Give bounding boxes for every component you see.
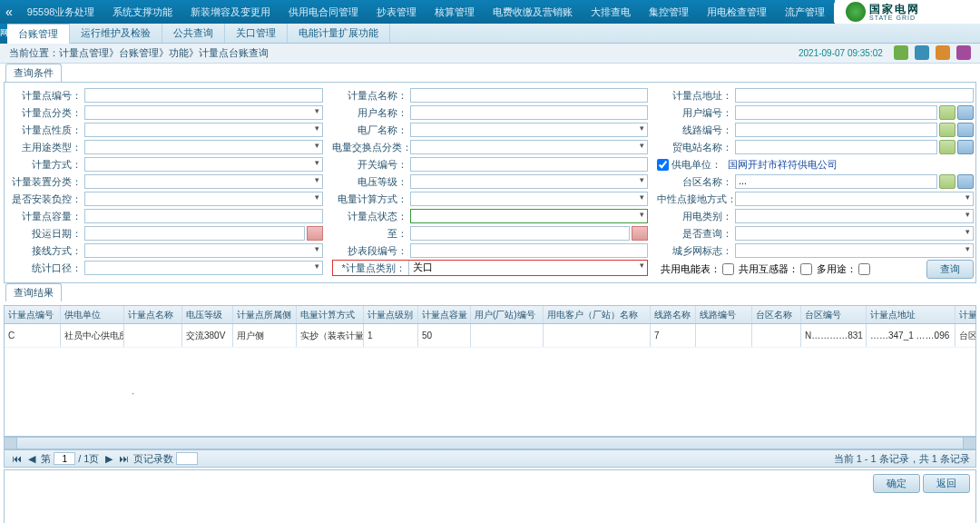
top-menu-item[interactable]: 大排查电 <box>582 2 640 23</box>
top-menu-item[interactable]: 集控管理 <box>640 2 698 23</box>
nav-prev-icon[interactable]: « <box>0 5 18 19</box>
sel-elec-type[interactable] <box>735 209 974 223</box>
sel-stat-scope[interactable] <box>84 261 323 275</box>
ok-button[interactable]: 确定 <box>873 474 920 493</box>
clear-icon[interactable] <box>957 105 974 120</box>
col-header[interactable]: 计量点容量 <box>418 306 471 323</box>
col-header[interactable]: 计量点所属侧 <box>233 306 297 323</box>
inp-rundate[interactable] <box>84 226 305 241</box>
inp-user-no[interactable] <box>735 105 937 120</box>
col-header[interactable]: 计量点类别 <box>956 306 976 323</box>
sel-mp-status[interactable] <box>410 209 649 223</box>
lookup-icon[interactable] <box>939 174 956 189</box>
sub-tab[interactable]: 公共查询 <box>162 24 225 43</box>
sel-neutral[interactable] <box>735 192 974 206</box>
sub-tab-active[interactable]: 台账管理 <box>7 24 70 44</box>
h-scrollbar[interactable] <box>4 437 976 449</box>
col-header[interactable]: 计量点地址 <box>867 306 956 323</box>
top-menu-item[interactable]: 核算管理 <box>426 2 484 23</box>
inp-to-date[interactable] <box>410 226 631 241</box>
inp-mp-name[interactable] <box>410 88 649 103</box>
scroll-left-icon[interactable] <box>5 438 17 449</box>
chk-shared-meter[interactable] <box>722 263 734 275</box>
lookup-icon[interactable] <box>939 123 956 137</box>
col-header[interactable]: 台区编号 <box>801 306 867 323</box>
sel-mp-nature[interactable] <box>84 123 323 137</box>
inp-user-name[interactable] <box>410 105 649 120</box>
query-button[interactable]: 查询 <box>926 260 974 279</box>
sub-tab[interactable]: 运行维护及检验 <box>70 24 162 43</box>
clear-icon[interactable] <box>957 140 974 154</box>
col-header[interactable]: 线路名称 <box>651 306 696 323</box>
pager-first-icon[interactable]: ⏮ <box>10 453 23 464</box>
sel-mp-class[interactable]: 关口 <box>408 261 648 275</box>
top-menu-item[interactable]: 系统支撑功能 <box>103 2 181 23</box>
inp-line-no[interactable] <box>735 123 937 137</box>
sel-main-use[interactable] <box>84 140 323 154</box>
sel-loadctrl[interactable] <box>84 192 323 206</box>
inp-switch-no[interactable] <box>410 157 649 172</box>
lookup-icon[interactable] <box>939 105 956 120</box>
top-menu-item[interactable]: 抄表管理 <box>368 2 426 23</box>
col-header[interactable]: 计量点级别 <box>364 306 418 323</box>
sel-plant-name[interactable] <box>410 123 649 137</box>
results-body[interactable]: C社员中心供电所交流380V用户侧实抄（装表计量）1507N…………831……3… <box>4 323 976 437</box>
col-header[interactable]: 用户(厂站)编号 <box>471 306 544 323</box>
table-row[interactable]: C社员中心供电所交流380V用户侧实抄（装表计量）1507N…………831……3… <box>5 324 975 348</box>
export-icon[interactable] <box>915 45 929 60</box>
print-icon[interactable] <box>894 45 908 60</box>
settings-icon[interactable] <box>956 45 971 60</box>
inp-trade-station[interactable] <box>735 140 937 154</box>
col-header[interactable]: 电量计算方式 <box>297 306 364 323</box>
lookup-icon[interactable] <box>939 140 956 154</box>
pager-next-icon[interactable]: ▶ <box>103 453 115 465</box>
chk-shared-ct[interactable] <box>800 263 812 275</box>
date-picker-icon[interactable] <box>307 226 323 241</box>
chk-supply-unit[interactable] <box>657 159 669 171</box>
cell <box>752 324 801 347</box>
col-header[interactable]: 台区名称 <box>752 306 801 323</box>
col-header[interactable]: 电压等级 <box>182 306 233 323</box>
sel-do-query[interactable] <box>735 226 974 241</box>
sel-volt-level[interactable] <box>410 174 649 189</box>
inp-capacity[interactable] <box>84 209 323 223</box>
sel-device-cat[interactable] <box>84 174 323 189</box>
top-menu-item[interactable]: 供用电合同管理 <box>279 2 368 23</box>
top-menu-item[interactable]: 流产管理 <box>776 2 834 23</box>
col-header[interactable]: 计量点编号 <box>5 306 61 323</box>
pager-page-input[interactable] <box>54 452 75 465</box>
refresh-icon[interactable] <box>936 45 950 60</box>
lbl-do-query: 是否查询： <box>657 227 735 241</box>
pager-size-input[interactable] <box>176 452 198 465</box>
inp-zone-name[interactable]: ... <box>735 174 937 189</box>
col-header[interactable]: 用电客户（厂站）名称 <box>544 306 651 323</box>
inp-section-no[interactable] <box>410 243 649 258</box>
col-header[interactable]: 线路编号 <box>696 306 752 323</box>
top-menu-item[interactable]: 新装增容及变更用 <box>181 2 279 23</box>
date-picker-icon[interactable] <box>632 226 648 241</box>
top-menu-item[interactable]: 电费收缴及营销账 <box>484 2 582 23</box>
scroll-right-icon[interactable] <box>963 438 975 449</box>
inp-mp-number[interactable] <box>84 88 323 103</box>
sub-tab[interactable]: 电能计量扩展功能 <box>288 24 390 43</box>
back-button[interactable]: 返回 <box>923 474 970 493</box>
chk-multi-use[interactable] <box>858 263 870 275</box>
clear-icon[interactable] <box>957 174 974 189</box>
sel-wiring[interactable] <box>84 243 323 258</box>
top-menu-item[interactable]: 95598业务处理 <box>18 2 104 23</box>
sel-urban-flag[interactable] <box>735 243 974 258</box>
col-header[interactable]: 供电单位 <box>61 306 124 323</box>
lbl-wiring: 接线方式： <box>6 244 84 258</box>
col-header[interactable]: 计量点名称 <box>124 306 182 323</box>
sel-exchange-cat[interactable] <box>410 140 649 154</box>
sel-calc-mode[interactable] <box>410 192 649 206</box>
breadcrumb: 当前位置：计量点管理》台账管理》功能》计量点台账查询 <box>9 46 269 60</box>
top-menu-item[interactable]: 用电检查管理 <box>698 2 776 23</box>
clear-icon[interactable] <box>957 123 974 137</box>
inp-mp-addr[interactable] <box>735 88 974 103</box>
pager-last-icon[interactable]: ⏭ <box>118 453 131 464</box>
pager-prev-icon[interactable]: ◀ <box>25 453 38 465</box>
sel-mp-cat[interactable] <box>84 105 323 120</box>
sel-meter-mode[interactable] <box>84 157 323 172</box>
sub-tab[interactable]: 关口管理 <box>225 24 288 43</box>
